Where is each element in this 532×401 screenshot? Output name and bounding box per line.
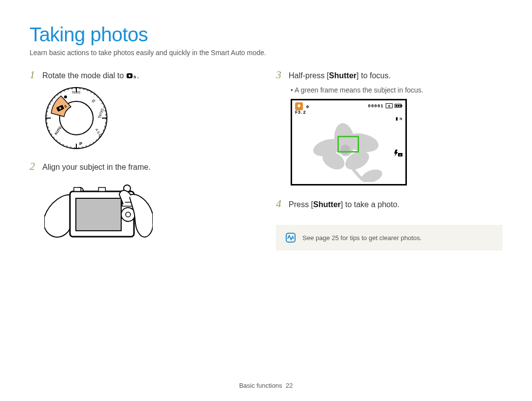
- battery-icon: [395, 103, 402, 110]
- svg-point-22: [126, 212, 131, 217]
- camera-screen-preview: ✥ 00001 ⊞ F3.2: [291, 99, 407, 185]
- macro-mode-icon: [295, 102, 303, 110]
- svg-rect-24: [74, 187, 81, 191]
- note-icon: [286, 233, 296, 243]
- content-columns: 1 Rotate the mode dial to S.: [30, 68, 502, 261]
- step-3-pre: Half-press [: [289, 71, 329, 80]
- note-text: See page 25 for tips to get clearer phot…: [302, 234, 422, 242]
- step-3: 3 Half-press [Shutter] to focus.: [276, 68, 502, 81]
- screen-status-bar: ✥ 00001 ⊞: [295, 102, 402, 110]
- step-1-number: 1: [30, 68, 37, 81]
- svg-text:S: S: [133, 75, 136, 79]
- svg-rect-33: [401, 105, 402, 107]
- svg-rect-30: [396, 105, 397, 107]
- image-quality-icon: ▮ ɴ: [396, 116, 402, 121]
- svg-text:A: A: [399, 154, 401, 156]
- footer-section: Basic functions: [239, 382, 282, 389]
- svg-rect-31: [398, 105, 399, 107]
- step-1-text: Rotate the mode dial to S.: [42, 71, 139, 80]
- intro-text: Learn basic actions to take photos easil…: [30, 49, 502, 57]
- svg-rect-25: [99, 187, 105, 191]
- step-4-text: Press [Shutter] to take a photo.: [289, 200, 399, 209]
- left-column: 1 Rotate the mode dial to S.: [30, 68, 256, 261]
- step-2-text: Align your subject in the frame.: [42, 163, 151, 172]
- step-1: 1 Rotate the mode dial to S.: [30, 68, 256, 81]
- svg-text:P: P: [79, 141, 82, 146]
- step-4-number: 4: [276, 197, 284, 210]
- step-2: 2 Align your subject in the frame.: [30, 160, 256, 173]
- footer-page: 22: [286, 382, 293, 389]
- svg-point-18: [64, 95, 67, 98]
- step-1-post: .: [137, 71, 139, 80]
- step-3-bold: Shutter: [329, 71, 357, 80]
- svg-rect-20: [76, 198, 121, 231]
- step-3-post: ] to focus.: [357, 71, 391, 80]
- mode-dial-illustration: SCN M DUAL A·S·M P AUTO S: [44, 86, 108, 150]
- page-footer: Basic functions 22: [0, 382, 532, 389]
- image-size-icon: ⊞: [386, 103, 393, 110]
- target-icon: ✥: [306, 103, 309, 110]
- svg-rect-32: [399, 105, 401, 107]
- step-4: 4 Press [Shutter] to take a photo.: [276, 197, 502, 210]
- step-3-text: Half-press [Shutter] to focus.: [289, 71, 391, 80]
- svg-text:SCN: SCN: [72, 90, 80, 94]
- right-column: 3 Half-press [Shutter] to focus. A green…: [276, 68, 502, 261]
- step-4-pre: Press [: [289, 200, 313, 209]
- step-2-number: 2: [30, 160, 37, 173]
- focus-frame: [337, 136, 359, 153]
- step-4-bold: Shutter: [313, 200, 341, 209]
- step-4-post: ] to take a photo.: [341, 200, 399, 209]
- smart-auto-icon: S: [126, 72, 137, 79]
- svg-point-0: [129, 75, 131, 77]
- camera-hold-illustration: [44, 178, 153, 251]
- svg-point-40: [360, 167, 384, 182]
- shot-counter: 00001: [368, 104, 384, 109]
- step-3-number: 3: [276, 68, 284, 81]
- step-1-pre: Rotate the mode dial to: [42, 71, 126, 80]
- aperture-value: F3.2: [295, 110, 306, 115]
- page-title: Taking photos: [30, 24, 502, 46]
- step-3-sub: A green frame means the subject in focus…: [291, 86, 502, 94]
- flash-auto-icon: A: [394, 150, 402, 158]
- tip-box: See page 25 for tips to get clearer phot…: [276, 225, 502, 250]
- svg-text:⊞: ⊞: [388, 104, 391, 108]
